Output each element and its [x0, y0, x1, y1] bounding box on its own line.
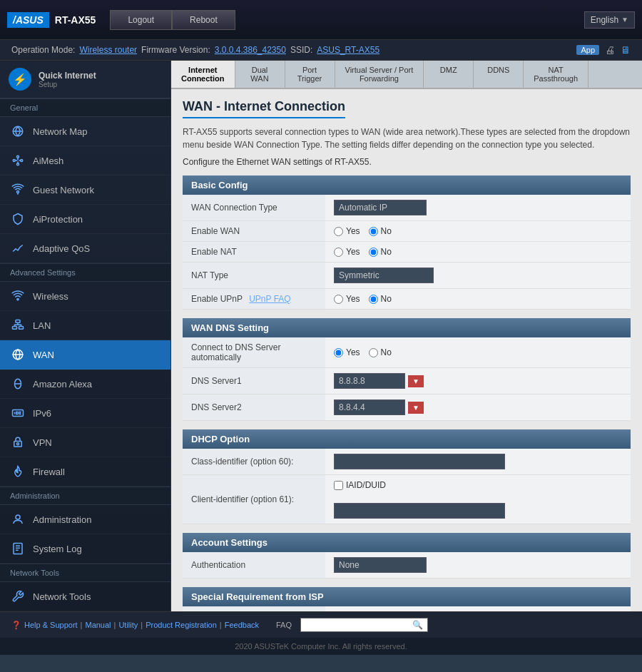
client-id-label: Client-identifier (option 61):: [183, 475, 325, 524]
footer-search[interactable]: 🔍: [300, 618, 428, 632]
help-support-link[interactable]: Help & Support: [24, 621, 78, 629]
tab-virtual-server[interactable]: Virtual Server / PortForwarding: [335, 61, 424, 88]
qos-icon: [10, 240, 26, 256]
sidebar-item-aimesh[interactable]: AiMesh: [0, 146, 170, 175]
enable-upnp-yes-radio[interactable]: [334, 295, 343, 304]
sidebar-item-firewall[interactable]: Firewall: [0, 457, 170, 487]
enable-nat-yes-label[interactable]: Yes: [334, 247, 360, 257]
dns1-input[interactable]: [334, 373, 405, 389]
connect-dns-yes-label[interactable]: Yes: [334, 347, 360, 357]
auth-select[interactable]: None PAP CHAP MS-CHAP MS-CHAPv2: [334, 557, 427, 573]
quick-internet-setup-button[interactable]: ⚡ Quick Internet Setup: [0, 61, 170, 98]
enable-nat-yes-radio[interactable]: [334, 248, 343, 257]
network-tools-section-label: Network Tools: [0, 564, 170, 582]
enable-nat-no-label[interactable]: No: [369, 247, 392, 257]
quick-setup-icon: ⚡: [9, 68, 31, 91]
operation-mode-link[interactable]: Wireless router: [79, 45, 137, 55]
vpn-icon: [10, 434, 26, 450]
sidebar-item-wan[interactable]: WAN: [0, 340, 170, 370]
upnp-faq-link[interactable]: UPnP FAQ: [249, 294, 290, 304]
tab-ddns[interactable]: DDNS: [474, 61, 524, 88]
footer-search-icon[interactable]: 🔍: [408, 618, 427, 631]
enable-wan-yes-label[interactable]: Yes: [334, 226, 360, 236]
enable-wan-yes-radio[interactable]: [334, 227, 343, 236]
wan-connection-type-row: WAN Connection Type Automatic IP PPPoE P…: [183, 195, 631, 221]
nat-type-select[interactable]: Symmetric Full Cone Restricted Cone Port…: [334, 268, 434, 283]
sidebar-item-network-tools[interactable]: Network Tools: [0, 582, 170, 611]
iaid-duid-checkbox[interactable]: [334, 481, 343, 490]
sidebar-item-wireless[interactable]: Wireless: [0, 282, 170, 311]
ipv6-label: IPv6: [33, 408, 51, 419]
reboot-button[interactable]: Reboot: [172, 10, 235, 30]
dns2-arrow-button[interactable]: ▼: [408, 402, 424, 414]
language-label: English: [591, 15, 618, 25]
dns1-arrow-button[interactable]: ▼: [408, 375, 424, 387]
sidebar: ⚡ Quick Internet Setup General Network M…: [0, 61, 171, 611]
app-badge[interactable]: App: [576, 45, 599, 55]
sidebar-item-lan[interactable]: LAN: [0, 311, 170, 340]
wan-connection-type-select[interactable]: Automatic IP PPPoE PPTP L2TP Static IP: [334, 200, 427, 215]
tab-port-trigger[interactable]: PortTrigger: [285, 61, 335, 88]
sidebar-item-aiprotection[interactable]: AiProtection: [0, 205, 170, 234]
guest-network-label: Guest Network: [33, 185, 94, 195]
enable-wan-no-radio[interactable]: [369, 227, 378, 236]
svg-rect-8: [13, 327, 17, 330]
print-icon[interactable]: 🖨: [605, 44, 615, 56]
svg-rect-7: [16, 320, 20, 323]
router-model: RT-AX55: [55, 14, 96, 26]
connect-dns-no-label[interactable]: No: [369, 347, 392, 357]
language-selector[interactable]: English ▼: [584, 11, 635, 29]
dns2-input[interactable]: [334, 399, 405, 415]
sidebar-item-network-map[interactable]: Network Map: [0, 117, 170, 146]
fire-icon: [10, 464, 26, 479]
utility-link[interactable]: Utility: [118, 621, 138, 629]
tab-nat-passthrough[interactable]: NATPassthrough: [524, 61, 588, 88]
product-registration-link[interactable]: Product Registration: [146, 621, 217, 629]
dhcp-option-header: DHCP Option: [183, 429, 631, 449]
firmware-link[interactable]: 3.0.0.4.386_42350: [215, 45, 286, 55]
tools-icon: [10, 589, 26, 604]
nat-type-label: NAT Type: [183, 263, 325, 289]
status-icons: App 🖨 🖥: [576, 44, 631, 56]
adaptive-qos-label: Adaptive QoS: [33, 243, 90, 254]
sidebar-item-system-log[interactable]: System Log: [0, 534, 170, 564]
tab-internet-connection[interactable]: InternetConnection: [171, 61, 235, 88]
sidebar-item-guest-network[interactable]: Guest Network: [0, 175, 170, 205]
sidebar-item-administration[interactable]: Administration: [0, 505, 170, 534]
wan-dns-header: WAN DNS Setting: [183, 318, 631, 337]
enable-upnp-no-label[interactable]: No: [369, 294, 392, 304]
class-id-input[interactable]: [334, 454, 505, 469]
enable-upnp-no-radio[interactable]: [369, 295, 378, 304]
monitor-icon[interactable]: 🖥: [621, 44, 631, 56]
connect-dns-no-radio[interactable]: [369, 348, 378, 357]
connect-dns-radio-group: Yes No: [334, 347, 622, 357]
footer-search-input[interactable]: [301, 619, 408, 631]
logout-button[interactable]: Logout: [110, 10, 172, 30]
sidebar-item-vpn[interactable]: VPN: [0, 428, 170, 457]
special-req-header: Special Requirement from ISP: [183, 587, 631, 606]
dns2-cell: ▼: [325, 394, 631, 421]
manual-link[interactable]: Manual: [85, 621, 111, 629]
enable-upnp-yes-label[interactable]: Yes: [334, 294, 360, 304]
feedback-link[interactable]: Feedback: [225, 621, 259, 629]
aiprotection-label: AiProtection: [33, 214, 83, 225]
sidebar-item-amazon-alexa[interactable]: Amazon Alexa: [0, 370, 170, 399]
connect-dns-yes-radio[interactable]: [334, 348, 343, 357]
client-id-input[interactable]: [334, 503, 505, 519]
top-right: English ▼: [584, 11, 635, 29]
sidebar-item-adaptive-qos[interactable]: Adaptive QoS: [0, 234, 170, 263]
enable-nat-no-radio[interactable]: [369, 248, 378, 257]
iaid-duid-label[interactable]: IAID/DUID: [334, 480, 622, 490]
tab-dmz[interactable]: DMZ: [424, 61, 474, 88]
log-icon: [10, 541, 26, 556]
auth-label: Authentication: [183, 552, 325, 579]
tab-dual-wan[interactable]: DualWAN: [235, 61, 285, 88]
page-description: RT-AX55 supports several connection type…: [183, 126, 631, 151]
mesh-icon: [10, 153, 26, 168]
nat-type-cell: Symmetric Full Cone Restricted Cone Port…: [325, 263, 631, 289]
admin-icon: [10, 511, 26, 527]
sidebar-item-ipv6[interactable]: IPv6: [0, 399, 170, 428]
ssid-link[interactable]: ASUS_RT-AX55: [317, 45, 379, 55]
enable-wan-no-label[interactable]: No: [369, 226, 392, 236]
asus-logo: /ASUS: [7, 12, 49, 28]
